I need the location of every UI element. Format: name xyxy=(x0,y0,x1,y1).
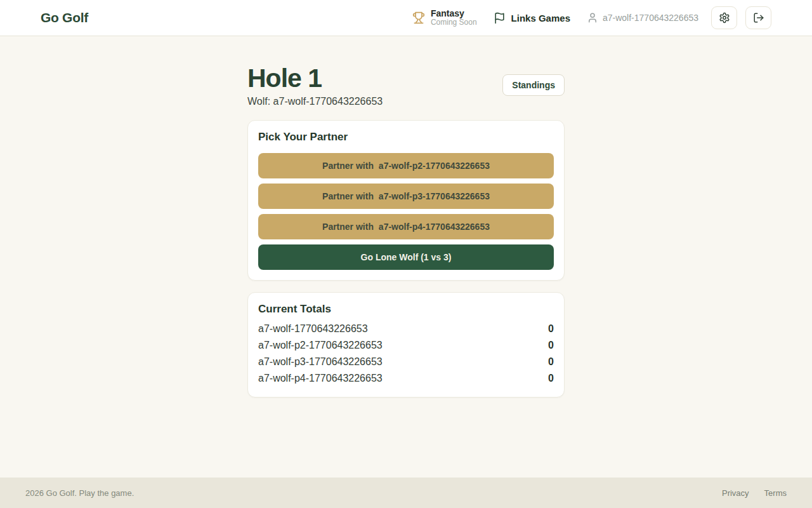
fantasy-coming-soon-label: Coming Soon xyxy=(431,18,477,27)
logout-icon xyxy=(753,12,764,23)
player-total: 0 xyxy=(548,370,554,387)
pick-partner-card: Pick Your Partner Partner with a7-wolf-p… xyxy=(247,120,565,281)
totals-row: a7-wolf-p2-1770643226653 0 xyxy=(258,337,554,354)
go-lone-wolf-button[interactable]: Go Lone Wolf (1 vs 3) xyxy=(258,244,554,270)
user-id-label: a7-wolf-1770643226653 xyxy=(603,13,698,23)
player-name: a7-wolf-1770643226653 xyxy=(258,321,368,337)
page-title: Hole 1 xyxy=(247,64,383,93)
trophy-icon xyxy=(412,11,425,24)
partner-button-prefix: Partner with xyxy=(322,161,374,171)
totals-row: a7-wolf-p3-1770643226653 0 xyxy=(258,354,554,370)
standings-button[interactable]: Standings xyxy=(502,74,565,96)
partner-button-prefix: Partner with xyxy=(322,222,374,232)
main-content: Hole 1 Wolf: a7-wolf-1770643226653 Stand… xyxy=(0,36,812,478)
user-chip: a7-wolf-1770643226653 xyxy=(587,12,698,23)
partner-button-p3[interactable]: Partner with a7-wolf-p3-1770643226653 xyxy=(258,184,554,209)
player-name: a7-wolf-p4-1770643226653 xyxy=(258,370,383,387)
totals-row: a7-wolf-1770643226653 0 xyxy=(258,321,554,337)
totals-row: a7-wolf-p4-1770643226653 0 xyxy=(258,370,554,387)
current-totals-heading: Current Totals xyxy=(258,303,554,316)
partner-button-player-name: a7-wolf-p3-1770643226653 xyxy=(379,191,490,201)
partner-button-prefix: Partner with xyxy=(322,191,374,201)
header-nav: Fantasy Coming Soon Links Games a7-wolf-… xyxy=(412,6,771,29)
partner-button-player-name: a7-wolf-p2-1770643226653 xyxy=(379,161,490,171)
player-name: a7-wolf-p2-1770643226653 xyxy=(258,337,383,354)
partner-button-p4[interactable]: Partner with a7-wolf-p4-1770643226653 xyxy=(258,214,554,239)
links-games-label: Links Games xyxy=(511,13,570,23)
app-header: Go Golf Fantasy Coming Soon Links Games xyxy=(0,0,812,36)
fantasy-label: Fantasy xyxy=(431,8,477,18)
pick-partner-heading: Pick Your Partner xyxy=(258,131,554,144)
user-icon xyxy=(587,12,598,23)
copyright-text: 2026 Go Golf. Play the game. xyxy=(25,488,134,498)
player-total: 0 xyxy=(548,337,554,354)
nav-item-links-games[interactable]: Links Games xyxy=(494,12,570,24)
flag-icon xyxy=(494,12,506,24)
wolf-subtitle: Wolf: a7-wolf-1770643226653 xyxy=(247,96,383,107)
settings-button[interactable] xyxy=(711,6,737,29)
nav-item-fantasy[interactable]: Fantasy Coming Soon xyxy=(412,8,477,27)
player-total: 0 xyxy=(548,354,554,370)
player-total: 0 xyxy=(548,321,554,337)
app-footer: 2026 Go Golf. Play the game. Privacy Ter… xyxy=(0,478,812,508)
logout-button[interactable] xyxy=(745,6,771,29)
gear-icon xyxy=(719,12,730,23)
partner-button-p2[interactable]: Partner with a7-wolf-p2-1770643226653 xyxy=(258,153,554,178)
brand-logo[interactable]: Go Golf xyxy=(41,10,88,25)
player-name: a7-wolf-p3-1770643226653 xyxy=(258,354,383,370)
partner-button-player-name: a7-wolf-p4-1770643226653 xyxy=(379,222,490,232)
terms-link[interactable]: Terms xyxy=(764,488,787,498)
privacy-link[interactable]: Privacy xyxy=(722,488,749,498)
current-totals-card: Current Totals a7-wolf-1770643226653 0 a… xyxy=(247,292,565,398)
